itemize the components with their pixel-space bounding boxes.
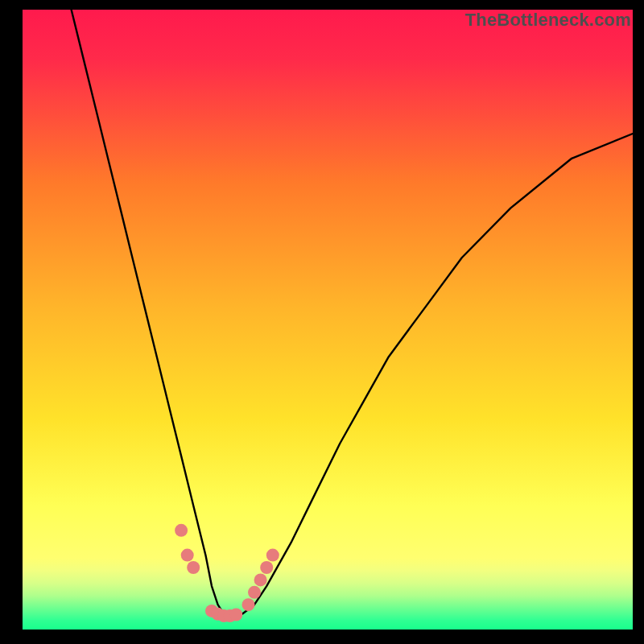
data-marker [181,549,194,562]
data-marker [242,598,255,611]
data-marker [266,549,279,562]
data-marker [248,586,261,599]
data-marker [254,573,267,586]
chart-frame [23,10,633,630]
data-marker [229,609,242,621]
bottleneck-chart [23,10,633,630]
data-marker [175,524,188,537]
watermark-text: TheBottleneck.com [465,10,631,31]
gradient-background [23,10,633,630]
data-marker [260,561,273,574]
data-marker [187,561,200,574]
